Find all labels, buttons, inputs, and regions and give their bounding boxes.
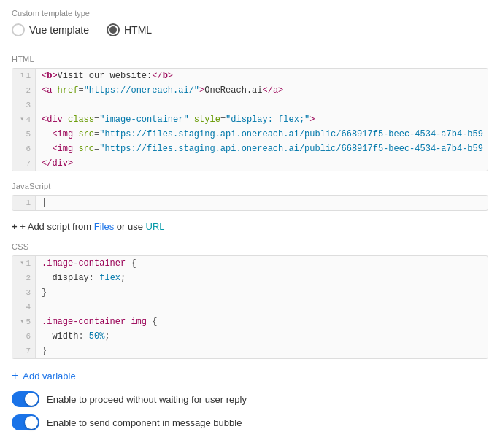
plus-icon: + xyxy=(12,221,18,232)
code-line: ▾5.image-container img { xyxy=(12,314,488,329)
line-number: 7 xyxy=(12,344,36,358)
html-section: HTML i1<b>Visit our website:</b>2<a href… xyxy=(12,55,488,171)
files-link[interactable]: Files xyxy=(94,221,114,232)
line-content: <img src="https://files.staging.api.oner… xyxy=(36,127,488,142)
radio-vue[interactable]: Vue template xyxy=(12,23,89,36)
code-line: 3 xyxy=(12,98,488,112)
toggle-proceed-label: Enable to proceed without waiting for us… xyxy=(47,394,247,405)
line-content: width: 50%; xyxy=(36,329,488,344)
radio-circle-vue[interactable] xyxy=(12,23,25,36)
html-label: HTML xyxy=(12,55,488,63)
line-content: <a href="https://onereach.ai/">OneReach.… xyxy=(36,83,488,98)
code-line: 4 xyxy=(12,300,488,314)
code-line: i1<b>Visit our website:</b> xyxy=(12,69,488,83)
add-script-prefix: + Add script from xyxy=(20,221,94,232)
line-content xyxy=(36,196,488,210)
line-number: 5 xyxy=(12,127,36,142)
add-script-middle: or use xyxy=(114,221,145,232)
line-number: 6 xyxy=(12,329,36,344)
line-number: 3 xyxy=(12,285,36,300)
code-line: 6 width: 50%; xyxy=(12,329,488,344)
radio-label-html: HTML xyxy=(124,24,152,36)
code-line: ▾1.image-container { xyxy=(12,256,488,271)
line-content: <img src="https://files.staging.api.oner… xyxy=(36,142,488,156)
line-content: </div> xyxy=(36,156,488,171)
line-content: } xyxy=(36,344,488,358)
code-line: 7} xyxy=(12,344,488,358)
toggle-bubble-switch[interactable] xyxy=(12,414,39,430)
add-variable-label: Add variable xyxy=(23,371,75,382)
line-number: 6 xyxy=(12,142,36,156)
line-number: 1 xyxy=(12,196,36,210)
radio-circle-html[interactable] xyxy=(107,23,120,36)
code-line: 7</div> xyxy=(12,156,488,171)
code-line: 1 xyxy=(12,196,488,210)
line-content: .image-container img { xyxy=(36,314,488,329)
html-editor[interactable]: i1<b>Visit our website:</b>2<a href="htt… xyxy=(12,68,488,171)
divider-1 xyxy=(12,47,488,47)
toggle-proceed-switch[interactable] xyxy=(12,391,39,407)
radio-html[interactable]: HTML xyxy=(107,23,152,36)
add-variable-row[interactable]: + Add variable xyxy=(12,369,488,382)
line-number: i1 xyxy=(12,69,36,83)
line-content: <b>Visit our website:</b> xyxy=(36,69,488,83)
add-script-row: + + Add script from Files or use URL xyxy=(12,221,488,232)
line-number: 3 xyxy=(12,98,36,112)
radio-group: Vue template HTML xyxy=(12,23,488,36)
css-label: CSS xyxy=(12,242,488,251)
template-type-title: Custom template type xyxy=(12,9,488,18)
code-line: 5 <img src="https://files.staging.api.on… xyxy=(12,127,488,142)
line-content: } xyxy=(36,285,488,300)
line-number: ▾5 xyxy=(12,314,36,329)
radio-label-vue: Vue template xyxy=(29,24,89,36)
css-editor[interactable]: ▾1.image-container {2 display: flex;3}4▾… xyxy=(12,255,488,359)
line-number: 2 xyxy=(12,83,36,98)
line-number: 7 xyxy=(12,156,36,171)
code-line: 2<a href="https://onereach.ai/">OneReach… xyxy=(12,83,488,98)
code-line: 6 <img src="https://files.staging.api.on… xyxy=(12,142,488,156)
line-number: ▾1 xyxy=(12,256,36,271)
js-label: JavaScript xyxy=(12,182,488,190)
line-number: 4 xyxy=(12,300,36,314)
js-editor[interactable]: 1 xyxy=(12,195,488,211)
js-section: JavaScript 1 xyxy=(12,182,488,211)
template-type-section: Custom template type Vue template HTML xyxy=(12,9,488,36)
toggles-section: Enable to proceed without waiting for us… xyxy=(12,391,488,430)
url-link[interactable]: URL xyxy=(146,221,165,232)
code-line: ▾4<div class="image-container" style="di… xyxy=(12,112,488,127)
add-variable-plus-icon: + xyxy=(12,369,18,382)
line-content: display: flex; xyxy=(36,271,488,285)
line-content: .image-container { xyxy=(36,256,488,271)
code-line: 3} xyxy=(12,285,488,300)
toggle-proceed-row: Enable to proceed without waiting for us… xyxy=(12,391,488,407)
line-content: <div class="image-container" style="disp… xyxy=(36,112,488,127)
line-number: ▾4 xyxy=(12,112,36,127)
line-number: 2 xyxy=(12,271,36,285)
toggle-bubble-label: Enable to send component in message bubb… xyxy=(47,417,242,428)
css-section: CSS ▾1.image-container {2 display: flex;… xyxy=(12,242,488,359)
toggle-bubble-row: Enable to send component in message bubb… xyxy=(12,414,488,430)
code-line: 2 display: flex; xyxy=(12,271,488,285)
